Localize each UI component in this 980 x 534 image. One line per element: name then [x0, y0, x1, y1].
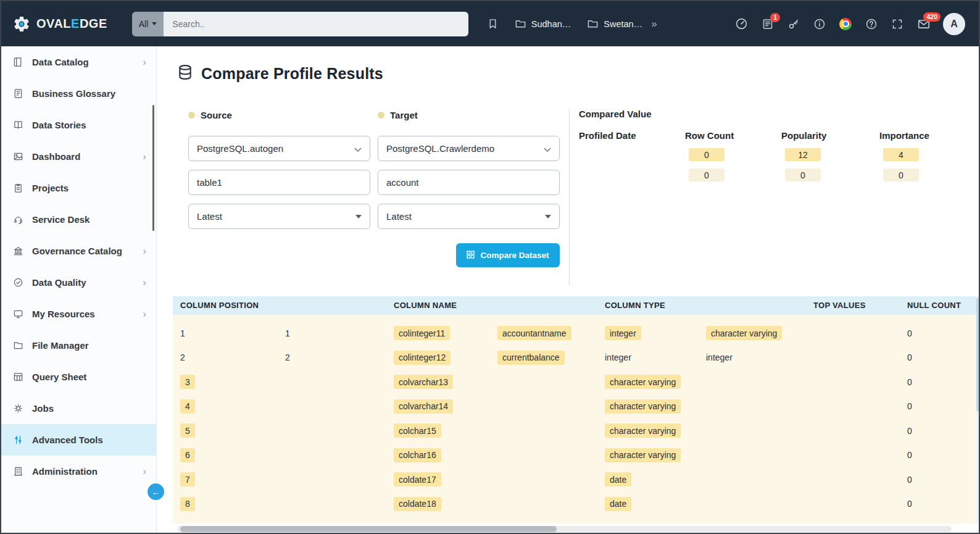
sidebar-item-advanced-tools[interactable]: Advanced Tools — [1, 424, 156, 456]
table-cell: character varying — [597, 370, 699, 394]
target-version-select[interactable]: Latest — [378, 204, 560, 229]
table-cell — [855, 419, 900, 443]
quality-icon — [13, 277, 24, 288]
help-icon[interactable] — [865, 18, 878, 30]
pinned-item-2[interactable]: Swetan… — [587, 18, 642, 30]
file-manager-icon — [13, 340, 24, 351]
table-horizontal-scrollbar-thumb[interactable] — [180, 526, 557, 532]
table-cell — [855, 443, 900, 468]
notifications-icon[interactable]: 1 — [762, 18, 774, 30]
highlighted-value: character varying — [706, 326, 782, 340]
table-cell: 1 — [173, 321, 278, 346]
sidebar: Data Catalog›Business GlossaryData Stori… — [1, 46, 157, 533]
highlighted-value: character varying — [605, 375, 681, 389]
sidebar-item-jobs[interactable]: Jobs — [1, 393, 156, 424]
table-cell: 0 — [900, 370, 979, 394]
target-table-input[interactable] — [378, 170, 560, 195]
table-cell: colinteger12 — [386, 346, 490, 370]
sidebar-item-label: Governance Catalog — [32, 246, 122, 256]
sidebar-item-governance-catalog[interactable]: Governance Catalog› — [1, 235, 156, 267]
table-vertical-scrollbar-thumb[interactable] — [976, 298, 979, 412]
sidebar-item-label: Advanced Tools — [32, 435, 103, 445]
source-connection-select[interactable]: PostgreSQL.autogen — [188, 136, 370, 161]
value: 1 — [285, 328, 290, 338]
ovaledge-logo[interactable]: OVALEDGE — [12, 15, 107, 33]
target-version-value: Latest — [386, 211, 412, 222]
release-gauge-icon[interactable] — [735, 17, 748, 30]
table-cell — [490, 419, 597, 443]
search-scope-dropdown[interactable]: All — [132, 12, 164, 36]
importance-value: 4 — [883, 148, 919, 161]
profiled-date-value — [579, 169, 685, 181]
sidebar-item-label: Data Quality — [32, 277, 86, 288]
sidebar-item-service-desk[interactable]: Service Desk — [1, 204, 156, 235]
global-search: All — [132, 12, 468, 36]
highlighted-value: 7 — [180, 472, 195, 486]
info-icon[interactable] — [813, 18, 826, 30]
table-cell — [806, 492, 855, 517]
value: 0 — [907, 377, 912, 387]
sidebar-item-administration[interactable]: Administration› — [1, 456, 156, 487]
sidebar-item-projects[interactable]: Projects — [1, 172, 156, 204]
table-row: 3colvarchar13character varying0 — [173, 370, 979, 394]
chevron-right-icon: › — [143, 465, 146, 478]
table-cell: 8 — [173, 492, 278, 517]
table-cell: 0 — [900, 492, 979, 517]
table-cell: 0 — [900, 321, 979, 346]
table-body: 11colinteger11accountantnameintegerchara… — [173, 315, 979, 524]
table-vertical-scrollbar[interactable] — [976, 296, 979, 524]
table-cell — [806, 443, 855, 468]
sidebar-scrollbar[interactable] — [152, 105, 154, 231]
main-content: Compare Profile Results Source Target Po… — [157, 46, 979, 533]
sidebar-item-file-manager[interactable]: File Manager — [1, 330, 156, 361]
user-avatar[interactable]: A — [943, 13, 965, 35]
compare-dataset-button[interactable]: Compare Dataset — [456, 243, 560, 267]
bookmark-icon[interactable] — [487, 18, 499, 30]
table-header-column-type: COLUMN TYPE — [597, 296, 806, 315]
chevron-right-icon: › — [143, 308, 146, 320]
resources-icon — [13, 309, 24, 319]
source-version-select[interactable]: Latest — [188, 204, 370, 229]
table-row: 6colchar16character varying0 — [173, 443, 979, 468]
sidebar-collapse-button[interactable]: ← — [147, 483, 164, 500]
table-cell: 0 — [900, 419, 979, 443]
highlighted-value: integer — [605, 326, 641, 340]
target-label: Target — [390, 110, 418, 120]
pinned-item-1[interactable]: Sudhan… — [515, 18, 571, 30]
target-connection-select[interactable]: PostgreSQL.Crawlerdemo — [378, 136, 560, 161]
table-cell — [806, 419, 855, 443]
table-cell — [806, 346, 855, 370]
sidebar-item-my-resources[interactable]: My Resources› — [1, 298, 156, 330]
table-cell — [490, 394, 597, 419]
sidebar-item-data-stories[interactable]: Data Stories — [1, 109, 156, 141]
projects-icon — [13, 183, 24, 193]
source-table-input[interactable] — [188, 170, 370, 195]
governance-icon — [13, 246, 24, 256]
table-cell — [806, 370, 855, 394]
table-cell: 0 — [900, 394, 979, 419]
column-header-profiled-date: Profiled Date — [579, 130, 685, 141]
search-input[interactable] — [164, 12, 468, 36]
sidebar-item-data-catalog[interactable]: Data Catalog› — [1, 46, 156, 78]
inbox-mail-icon[interactable]: 420 — [917, 17, 931, 31]
double-chevron-icon[interactable]: » — [651, 18, 657, 30]
sidebar-item-label: File Manager — [32, 340, 89, 351]
table-row: 4colvarchar14character varying0 — [173, 394, 979, 419]
highlighted-value: colinteger11 — [394, 326, 450, 340]
access-key-icon[interactable] — [787, 18, 800, 30]
value: 0 — [907, 475, 912, 485]
compared-value-headers: Profiled Date Row Count Popularity Impor… — [579, 130, 979, 141]
grid-icon — [467, 251, 475, 261]
source-label: Source — [201, 110, 232, 120]
fullscreen-icon[interactable] — [891, 18, 903, 30]
profiled-date-value — [579, 148, 685, 161]
table-cell: coldate17 — [386, 467, 490, 492]
table-cell: colvarchar13 — [386, 370, 490, 394]
sidebar-item-data-quality[interactable]: Data Quality› — [1, 267, 156, 298]
sidebar-item-business-glossary[interactable]: Business Glossary — [1, 78, 156, 109]
sidebar-item-query-sheet[interactable]: Query Sheet — [1, 361, 156, 393]
sidebar-item-dashboard[interactable]: Dashboard› — [1, 141, 156, 172]
chrome-icon[interactable] — [839, 18, 852, 30]
table-horizontal-scrollbar[interactable] — [177, 526, 952, 532]
query-sheet-icon — [13, 372, 24, 382]
